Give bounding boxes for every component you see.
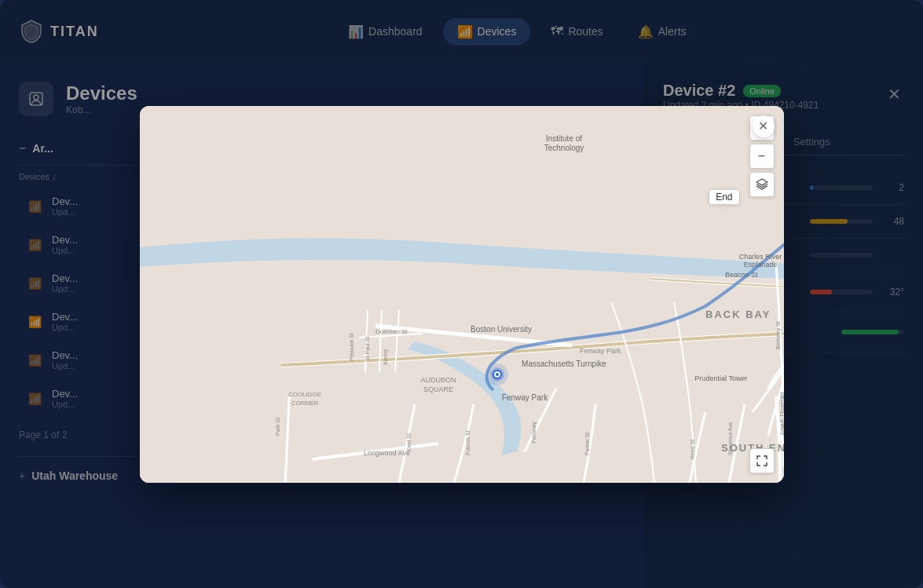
svg-text:Beacon St: Beacon St: [725, 271, 758, 279]
svg-text:Pleasant St: Pleasant St: [349, 333, 354, 361]
svg-text:Amory: Amory: [383, 349, 389, 365]
svg-text:Reed St: Reed St: [690, 439, 695, 458]
svg-text:AUDUBON: AUDUBON: [420, 376, 456, 384]
svg-text:COOLIDGE: COOLIDGE: [288, 391, 320, 398]
svg-text:Shawmut Ave: Shawmut Ave: [727, 422, 733, 455]
svg-text:BACK BAY: BACK BAY: [705, 309, 771, 320]
svg-text:CORNER: CORNER: [291, 400, 318, 407]
svg-text:Fenway: Fenway: [530, 421, 537, 443]
svg-text:Dummer St: Dummer St: [375, 328, 408, 335]
svg-text:SQUARE: SQUARE: [423, 385, 452, 393]
svg-text:Park St: Park St: [275, 417, 280, 435]
svg-text:Fenway Park: Fenway Park: [501, 393, 548, 402]
map-container: BACK BAY SOUTH END MISSION HILL Institut…: [140, 106, 784, 483]
modal-overlay[interactable]: ✕: [0, 0, 923, 588]
svg-text:Kent St: Kent St: [406, 433, 412, 451]
svg-text:Longwood Ave: Longwood Ave: [364, 449, 410, 457]
svg-text:Berkeley St: Berkeley St: [775, 321, 782, 349]
svg-rect-10: [140, 106, 784, 483]
svg-text:Institute of: Institute of: [545, 134, 581, 143]
svg-point-58: [496, 373, 499, 376]
map-svg: BACK BAY SOUTH END MISSION HILL Institut…: [140, 106, 784, 483]
svg-text:Esplanade: Esplanade: [743, 261, 777, 268]
svg-text:Charles River: Charles River: [738, 253, 782, 261]
map-modal: ✕: [140, 106, 784, 483]
map-end-label: End: [709, 189, 739, 205]
svg-text:Fenway Park: Fenway Park: [580, 347, 621, 355]
svg-text:Boston University: Boston University: [471, 325, 532, 334]
map-close-button[interactable]: ✕: [753, 115, 775, 137]
layers-button[interactable]: [749, 172, 775, 197]
zoom-out-button[interactable]: −: [749, 144, 775, 169]
svg-text:Prudential Tower: Prudential Tower: [694, 374, 747, 382]
svg-text:St Paul St: St Paul St: [364, 336, 370, 360]
svg-text:Technology: Technology: [544, 144, 584, 152]
app-container: TITAN 📊 Dashboard 📶 Devices 🗺 Routes 🔔 A…: [0, 0, 923, 588]
svg-text:John F. Fitzgerald: John F. Fitzgerald: [779, 392, 784, 435]
svg-text:Massachusetts Turnpike: Massachusetts Turnpike: [522, 360, 606, 368]
svg-text:Francis St: Francis St: [465, 430, 471, 455]
svg-text:Parker St: Parker St: [584, 432, 590, 455]
map-fullscreen-button[interactable]: [749, 448, 775, 473]
